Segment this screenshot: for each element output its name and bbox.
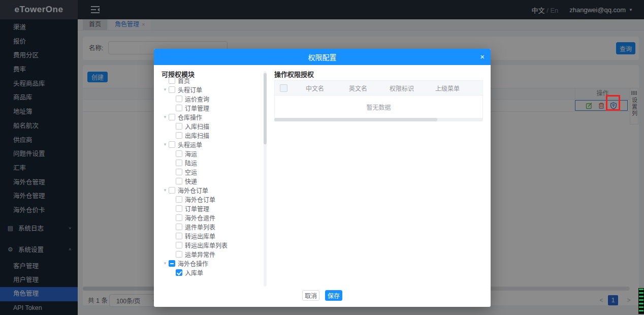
permission-table: 中文名英文名权限标识上级菜单 暂无数据 [274, 80, 483, 118]
red-annotation-box [606, 95, 620, 111]
tree-row[interactable]: 陆运 [162, 158, 262, 167]
save-button[interactable]: 保存 [325, 290, 342, 301]
tree-row[interactable]: 海外仓退件 [162, 213, 262, 222]
tree-checkbox[interactable] [176, 123, 182, 130]
modal-header: 权限配置 × [154, 49, 491, 65]
tree-node-label[interactable]: 首页 [178, 76, 190, 85]
tree-checkbox[interactable] [176, 132, 182, 139]
tree-checkbox[interactable] [176, 150, 182, 157]
tree-checkbox[interactable] [176, 269, 182, 276]
modal-title: 权限配置 [308, 52, 337, 62]
tree-node-label[interactable]: 陆运 [185, 159, 197, 167]
tree-node-label[interactable]: 订单管理 [185, 104, 209, 112]
tree-node-label[interactable]: 运单异常件 [185, 250, 215, 259]
tree-row[interactable]: 首页 [162, 76, 262, 85]
tree-node-label[interactable]: 快递 [185, 177, 197, 185]
tree-row[interactable]: ▾头程运单 [162, 140, 262, 149]
caret-down-icon[interactable]: ▾ [162, 87, 169, 92]
column-header: 中文名 [292, 84, 338, 92]
header-checkbox-cell [275, 84, 292, 92]
tree-checkbox[interactable] [176, 196, 182, 203]
cancel-button[interactable]: 取消 [302, 290, 319, 301]
tree-checkbox[interactable] [169, 260, 175, 267]
tree-row[interactable]: 快递 [162, 176, 262, 185]
tree-row[interactable]: 海运 [162, 149, 262, 158]
tree-row[interactable]: 转运出库单列表 [162, 240, 262, 249]
tree-node-label[interactable]: 头程运单 [178, 140, 202, 149]
tree-node-label[interactable]: 转运出库单 [185, 232, 215, 240]
tree-checkbox[interactable] [176, 242, 182, 248]
tree-node-label[interactable]: 海外仓订单 [178, 186, 208, 195]
tree-row[interactable]: 订单管理 [162, 204, 262, 213]
tree-checkbox[interactable] [176, 105, 182, 111]
close-icon[interactable]: × [480, 49, 485, 65]
tree-row[interactable]: 入库单 [162, 268, 262, 277]
caret-down-icon[interactable]: ▾ [162, 187, 169, 193]
tree-row[interactable]: ▾海外仓订单 [162, 185, 262, 195]
tree-node-label[interactable]: 转运出库单列表 [185, 241, 228, 249]
tree-row[interactable]: 运价查询 [162, 94, 262, 103]
tree-node-label[interactable]: 头程订单 [178, 85, 202, 94]
tree-node-label[interactable]: 仓库操作 [178, 113, 202, 121]
tree-checkbox[interactable] [176, 160, 182, 166]
tree-checkbox[interactable] [169, 114, 175, 120]
tree-node-label[interactable]: 海外仓操作 [178, 259, 208, 268]
tree-row[interactable]: ▾海外仓操作 [162, 259, 262, 268]
caret-down-icon[interactable]: ▾ [162, 142, 169, 147]
permission-config-modal: 权限配置 × 可授权模块 首页▾头程订单运价查询订单管理▾仓库操作入库扫描出库扫… [154, 49, 491, 307]
tree-row[interactable]: 订单管理 [162, 103, 262, 112]
app-root: eTowerOne 中文 / En zhangwei@qq.com ▼ 渠道报价… [0, 0, 644, 315]
tree-row[interactable]: 出库扫描 [162, 131, 262, 140]
tree-row[interactable]: ▾仓库操作 [162, 112, 262, 121]
tree-row[interactable]: 入库扫描 [162, 121, 262, 131]
tree-checkbox[interactable] [169, 141, 175, 148]
tree-checkbox[interactable] [176, 251, 182, 258]
tree-checkbox[interactable] [169, 77, 175, 84]
tree-checkbox[interactable] [176, 169, 182, 175]
tree-checkbox[interactable] [176, 205, 182, 212]
tree-checkbox[interactable] [176, 214, 182, 221]
tree-row[interactable]: ▾头程订单 [162, 85, 262, 94]
tree-scrollbar[interactable] [264, 71, 267, 287]
tree-checkbox[interactable] [169, 187, 175, 194]
tree-row[interactable]: 海外仓订单 [162, 195, 262, 204]
screen-artifact [638, 288, 644, 314]
column-header: 权限标识 [378, 84, 425, 92]
tree-checkbox[interactable] [176, 224, 182, 230]
permission-table-scrollbar[interactable] [274, 118, 483, 121]
tree-node-label[interactable]: 海外仓退件 [185, 213, 215, 222]
tree-node-label[interactable]: 入库单 [185, 268, 203, 277]
tree-node-label[interactable]: 订单管理 [185, 204, 209, 213]
tree-node-label[interactable]: 海运 [185, 149, 197, 158]
empty-placeholder: 暂无数据 [275, 96, 482, 118]
tree-checkbox[interactable] [176, 233, 182, 239]
permission-table-header: 中文名英文名权限标识上级菜单 [275, 81, 482, 96]
column-header: 上级菜单 [425, 84, 470, 92]
select-all-checkbox[interactable] [280, 84, 287, 92]
tree-node-label[interactable]: 出库扫描 [185, 131, 209, 140]
permission-table-title: 操作权限授权 [274, 69, 314, 79]
tree-checkbox[interactable] [176, 178, 182, 184]
tree-checkbox[interactable] [169, 86, 175, 93]
tree-row[interactable]: 转运出库单 [162, 231, 262, 240]
caret-down-icon[interactable]: ▾ [162, 261, 169, 266]
tree-row[interactable]: 空运 [162, 167, 262, 176]
module-tree: 首页▾头程订单运价查询订单管理▾仓库操作入库扫描出库扫描▾头程运单海运陆运空运快… [162, 76, 262, 277]
tree-checkbox[interactable] [176, 96, 182, 102]
tree-node-label[interactable]: 运价查询 [185, 94, 209, 103]
tree-row[interactable]: 退件单列表 [162, 222, 262, 231]
tree-node-label[interactable]: 退件单列表 [185, 223, 215, 231]
tree-node-label[interactable]: 空运 [185, 168, 197, 176]
tree-row[interactable]: 运单异常件 [162, 249, 262, 259]
column-header: 英文名 [338, 84, 378, 92]
tree-node-label[interactable]: 入库扫描 [185, 122, 209, 131]
tree-node-label[interactable]: 海外仓订单 [185, 195, 215, 204]
caret-down-icon[interactable]: ▾ [162, 114, 169, 119]
